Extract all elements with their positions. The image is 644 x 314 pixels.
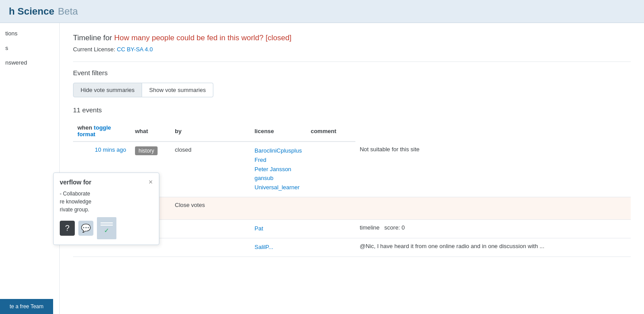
col-comment-header: comment xyxy=(306,121,355,142)
close-panel-button[interactable]: × xyxy=(149,178,153,186)
user-link-1b[interactable]: Fred xyxy=(255,156,302,165)
events-count: 11 events xyxy=(73,106,631,114)
what-cell-2: Close votes xyxy=(170,197,250,219)
sidebar-item-s[interactable]: s xyxy=(0,42,59,54)
time-link-1[interactable]: 10 mins ago xyxy=(95,146,126,153)
by-cell-4: SalilP... xyxy=(250,238,306,257)
doc-line-1 xyxy=(100,222,113,223)
table-header-row: when toggle format what by license comme… xyxy=(73,121,631,142)
user-link-1d[interactable]: gansub xyxy=(255,174,302,183)
cta-label: te a free Team xyxy=(10,303,44,310)
site-beta-label: Beta xyxy=(58,6,78,17)
panel-desc: - Collaboratere knowledgerivate group. xyxy=(60,190,153,214)
comment-cell-3: timeline score: 0 xyxy=(355,219,631,238)
title-question: How many people could be fed in this wor… xyxy=(114,34,292,42)
chat-icon: 💬 xyxy=(78,221,93,236)
question-icon: ? xyxy=(60,221,75,236)
license-cell-4 xyxy=(306,238,355,257)
divider-1 xyxy=(73,61,631,62)
license-cell-1 xyxy=(306,142,355,197)
cta-bar[interactable]: te a free Team xyxy=(0,299,53,314)
badge-history: history xyxy=(135,146,158,155)
user-link-1a[interactable]: BarocliniCplusplus xyxy=(255,146,302,156)
title-prefix: Timeline for xyxy=(73,34,112,42)
panel-header: verflow for × xyxy=(60,178,153,186)
show-vote-summaries-button[interactable]: Show vote summaries xyxy=(142,83,213,97)
sidebar-item-nswered[interactable]: nswered xyxy=(0,57,59,69)
top-bar: h Science Beta xyxy=(0,0,644,23)
page-container: h Science Beta tions s nswered Timeline … xyxy=(0,0,644,314)
site-title: h Science xyxy=(9,6,54,17)
panel-title: verflow for xyxy=(60,179,92,186)
sidebar-item-tions[interactable]: tions xyxy=(0,27,59,39)
sidebar: tions s nswered xyxy=(0,23,60,314)
filter-buttons: Hide vote summaries Show vote summaries xyxy=(73,83,631,97)
what-cell-4 xyxy=(170,238,250,257)
user-link-1c[interactable]: Peter Jansson xyxy=(255,165,302,174)
doc-check-icon: ✓ xyxy=(104,227,109,234)
hide-vote-summaries-button[interactable]: Hide vote summaries xyxy=(73,83,142,97)
col-when-header: when toggle format xyxy=(73,121,131,142)
license-link[interactable]: CC BY-SA 4.0 xyxy=(117,46,153,53)
col-what-header: what xyxy=(131,121,170,142)
what-cell-1: closed xyxy=(170,142,250,197)
license-line: Current License: CC BY-SA 4.0 xyxy=(73,46,631,53)
doc-icon: ✓ xyxy=(97,217,116,239)
license-cell-2 xyxy=(306,197,355,219)
by-cell-1: BarocliniCplusplus Fred Peter Jansson ga… xyxy=(250,142,306,197)
event-filters-title: Event filters xyxy=(73,69,631,77)
license-cell-3 xyxy=(306,219,355,238)
comment-cell-2 xyxy=(355,197,631,219)
by-cell-3: Pat xyxy=(250,219,306,238)
user-link-1e[interactable]: Universal_learner xyxy=(255,183,302,192)
license-label: Current License: xyxy=(73,46,115,53)
col-license-header: license xyxy=(250,121,306,142)
doc-line-2 xyxy=(100,225,113,226)
user-link-4a[interactable]: SalilP... xyxy=(255,243,302,252)
col-by-header: by xyxy=(170,121,250,142)
content-area: Timeline for How many people could be fe… xyxy=(60,23,644,314)
main-layout: tions s nswered Timeline for How many pe… xyxy=(0,23,644,314)
user-link-3a[interactable]: Pat xyxy=(255,224,302,234)
table-header: when toggle format what by license comme… xyxy=(73,121,631,142)
overflow-panel: verflow for × - Collaboratere knowledger… xyxy=(53,172,159,245)
comment-cell-1: Not suitable for this site xyxy=(355,142,631,197)
panel-icons: ? 💬 ✓ xyxy=(60,217,153,239)
comment-cell-4: @Nic, I have heard it from one online ra… xyxy=(355,238,631,257)
page-title: Timeline for How many people could be fe… xyxy=(73,34,631,42)
what-cell-3 xyxy=(170,219,250,238)
by-cell-2 xyxy=(250,197,306,219)
